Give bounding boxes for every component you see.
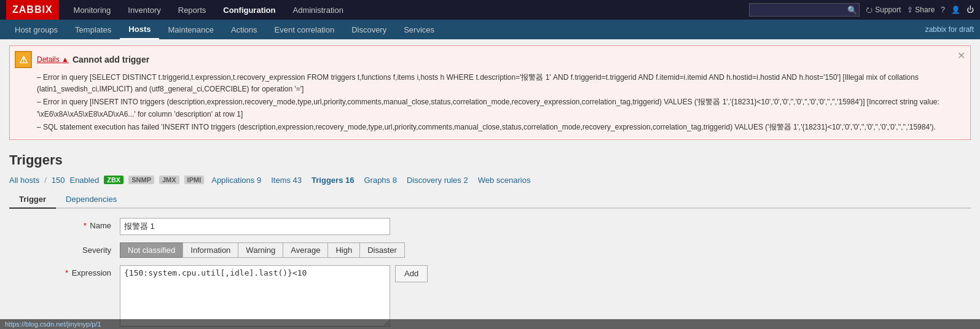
search-input[interactable]: [749, 3, 860, 17]
details-link[interactable]: Details ▲: [37, 55, 69, 64]
severity-field-group: Severity Not classified Information Warn…: [9, 242, 971, 258]
share-link[interactable]: ⇪ Share: [907, 6, 935, 14]
search-container: 🔍: [749, 3, 860, 17]
url-bar: https://blog.csdn.net/jinyinyp/p/1: [0, 319, 980, 329]
nav-inventory[interactable]: Inventory: [119, 0, 169, 20]
error-header: ⚠ Details ▲ Cannot add trigger: [15, 51, 952, 68]
user-icon[interactable]: 👤: [951, 6, 960, 14]
error-message-3: – SQL statement execution has failed 'IN…: [37, 122, 952, 133]
sev-average[interactable]: Average: [283, 242, 328, 258]
host-count: 150: [52, 176, 65, 185]
subnav-templates[interactable]: Templates: [66, 20, 120, 39]
subnav-services[interactable]: Services: [395, 20, 443, 39]
filter-items[interactable]: Items 43: [269, 174, 304, 186]
warning-icon: ⚠: [15, 51, 32, 68]
name-label: * Name: [9, 218, 120, 230]
sev-information[interactable]: Information: [182, 242, 238, 258]
error-message-1: – Error in query [SELECT DISTINCT t.trig…: [37, 72, 952, 95]
page-title: Triggers: [9, 152, 971, 168]
support-label: Support: [875, 6, 901, 14]
expression-label: * Expression: [9, 265, 120, 277]
help-icon[interactable]: ?: [941, 6, 945, 14]
tab-dependencies[interactable]: Dependencies: [56, 191, 127, 209]
tab-trigger[interactable]: Trigger: [9, 191, 56, 209]
top-nav-right: 🔍 ⭮ Support ⇪ Share ? 👤 ⏻: [749, 3, 974, 17]
severity-buttons: Not classified Information Warning Avera…: [120, 242, 404, 258]
nav-administration[interactable]: Administration: [284, 0, 352, 20]
filter-applications[interactable]: Applications 9: [209, 174, 264, 186]
sev-disaster[interactable]: Disaster: [359, 242, 405, 258]
subnav-maintenance[interactable]: Maintenance: [159, 20, 222, 39]
name-field-group: * Name: [9, 218, 971, 235]
filter-web-scenarios[interactable]: Web scenarios: [476, 174, 533, 186]
sub-navigation: Host groups Templates Hosts Maintenance …: [0, 20, 980, 39]
severity-label: Severity: [9, 242, 120, 255]
name-input[interactable]: [120, 218, 390, 235]
sev-warning[interactable]: Warning: [238, 242, 283, 258]
expression-field-group: * Expression Add: [9, 265, 971, 327]
top-bar: ZABBIX Monitoring Inventory Reports Conf…: [0, 0, 980, 20]
all-hosts-link[interactable]: All hosts: [9, 176, 39, 185]
badge-zbx[interactable]: ZBX: [104, 176, 123, 184]
nav-monitoring[interactable]: Monitoring: [65, 0, 120, 20]
sub-nav-context: zabbix for draft: [925, 25, 974, 34]
support-icon: ⭮: [866, 6, 873, 14]
subnav-hosts[interactable]: Hosts: [120, 20, 159, 39]
badge-ipmi[interactable]: IPMI: [184, 176, 205, 184]
nav-configuration[interactable]: Configuration: [214, 0, 284, 20]
filter-graphs[interactable]: Graphs 8: [361, 174, 399, 186]
subnav-host-groups[interactable]: Host groups: [6, 20, 66, 39]
badge-snmp[interactable]: SNMP: [128, 176, 154, 184]
power-icon[interactable]: ⏻: [966, 6, 974, 14]
error-message-2: – Error in query [INSERT INTO triggers (…: [37, 96, 952, 120]
enabled-label: Enabled: [69, 176, 99, 185]
error-title-row: Details ▲ Cannot add trigger: [37, 55, 149, 64]
app-logo: ZABBIX: [6, 0, 59, 20]
filter-bar: All hosts / 150 Enabled ZBX SNMP JMX IPM…: [9, 174, 971, 186]
share-label: Share: [915, 6, 935, 14]
expression-input[interactable]: [120, 265, 390, 327]
filter-triggers[interactable]: Triggers 16: [309, 174, 356, 186]
support-link[interactable]: ⭮ Support: [866, 6, 901, 14]
top-navigation: Monitoring Inventory Reports Configurati…: [65, 0, 750, 20]
expression-required: *: [65, 268, 68, 277]
error-messages: – Error in query [SELECT DISTINCT t.trig…: [37, 72, 952, 133]
error-title: Cannot add trigger: [73, 55, 149, 64]
error-box: ⚠ Details ▲ Cannot add trigger – Error i…: [9, 45, 971, 140]
sev-not-classified[interactable]: Not classified: [120, 242, 183, 258]
name-required: *: [84, 221, 87, 230]
subnav-actions[interactable]: Actions: [222, 20, 266, 39]
filter-separator: /: [44, 176, 47, 185]
add-button[interactable]: Add: [395, 265, 428, 282]
nav-reports[interactable]: Reports: [170, 0, 215, 20]
filter-discovery-rules[interactable]: Discovery rules 2: [404, 174, 471, 186]
error-close-button[interactable]: ✕: [957, 50, 965, 61]
sev-high[interactable]: High: [327, 242, 360, 258]
search-icon[interactable]: 🔍: [847, 6, 857, 15]
subnav-event-correlation[interactable]: Event correlation: [266, 20, 343, 39]
page-content: Triggers All hosts / 150 Enabled ZBX SNM…: [0, 146, 980, 329]
form-tabs: Trigger Dependencies: [9, 191, 971, 209]
badge-jmx[interactable]: JMX: [159, 176, 179, 184]
share-icon: ⇪: [907, 6, 913, 14]
subnav-discovery[interactable]: Discovery: [343, 20, 395, 39]
